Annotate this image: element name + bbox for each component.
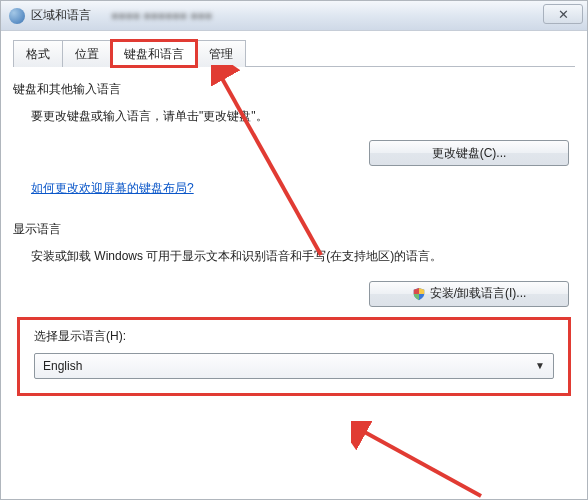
blurred-bg-text: ■■■■ ■■■■■■ ■■■ bbox=[111, 9, 212, 23]
display-language-selected: English bbox=[43, 359, 82, 373]
keyboard-section: 键盘和其他输入语言 要更改键盘或输入语言，请单击"更改键盘"。 更改键盘(C).… bbox=[13, 81, 575, 211]
display-language-section: 显示语言 安装或卸载 Windows 可用于显示文本和识别语音和手写(在支持地区… bbox=[13, 221, 575, 395]
display-section-desc: 安装或卸载 Windows 可用于显示文本和识别语音和手写(在支持地区)的语言。 bbox=[13, 246, 575, 266]
window-title: 区域和语言 bbox=[31, 7, 91, 24]
change-keyboard-row: 更改键盘(C)... bbox=[13, 140, 575, 166]
install-uninstall-language-button[interactable]: 安装/卸载语言(I)... bbox=[369, 281, 569, 307]
region-language-window: 区域和语言 ■■■■ ■■■■■■ ■■■ ✕ 格式 位置 键盘和语言 管理 键… bbox=[0, 0, 588, 500]
shield-icon bbox=[412, 287, 426, 301]
select-display-language-label: 选择显示语言(H): bbox=[34, 328, 554, 345]
install-lang-row: 安装/卸载语言(I)... bbox=[13, 281, 575, 307]
titlebar: 区域和语言 ■■■■ ■■■■■■ ■■■ ✕ bbox=[1, 1, 587, 31]
globe-icon bbox=[9, 8, 25, 24]
welcome-screen-layout-link[interactable]: 如何更改欢迎屏幕的键盘布局? bbox=[31, 180, 194, 197]
tab-keyboard-language[interactable]: 键盘和语言 bbox=[111, 40, 197, 67]
select-display-language-group: 选择显示语言(H): English ▼ bbox=[17, 317, 571, 396]
keyboard-section-desc: 要更改键盘或输入语言，请单击"更改键盘"。 bbox=[13, 106, 575, 126]
annotation-arrow-bottom bbox=[351, 421, 491, 500]
display-section-title: 显示语言 bbox=[13, 221, 575, 238]
svg-line-1 bbox=[359, 429, 481, 496]
change-keyboard-label: 更改键盘(C)... bbox=[432, 145, 507, 162]
close-button[interactable]: ✕ bbox=[543, 4, 583, 24]
chevron-down-icon: ▼ bbox=[535, 360, 545, 371]
display-language-dropdown[interactable]: English ▼ bbox=[34, 353, 554, 379]
tab-location[interactable]: 位置 bbox=[62, 40, 112, 67]
tab-admin[interactable]: 管理 bbox=[196, 40, 246, 67]
keyboard-section-title: 键盘和其他输入语言 bbox=[13, 81, 575, 98]
close-icon: ✕ bbox=[558, 7, 569, 22]
install-uninstall-label: 安装/卸载语言(I)... bbox=[430, 285, 527, 302]
content-area: 格式 位置 键盘和语言 管理 键盘和其他输入语言 要更改键盘或输入语言，请单击"… bbox=[1, 31, 587, 408]
change-keyboard-button[interactable]: 更改键盘(C)... bbox=[369, 140, 569, 166]
tab-format[interactable]: 格式 bbox=[13, 40, 63, 67]
tabstrip: 格式 位置 键盘和语言 管理 bbox=[13, 39, 575, 67]
